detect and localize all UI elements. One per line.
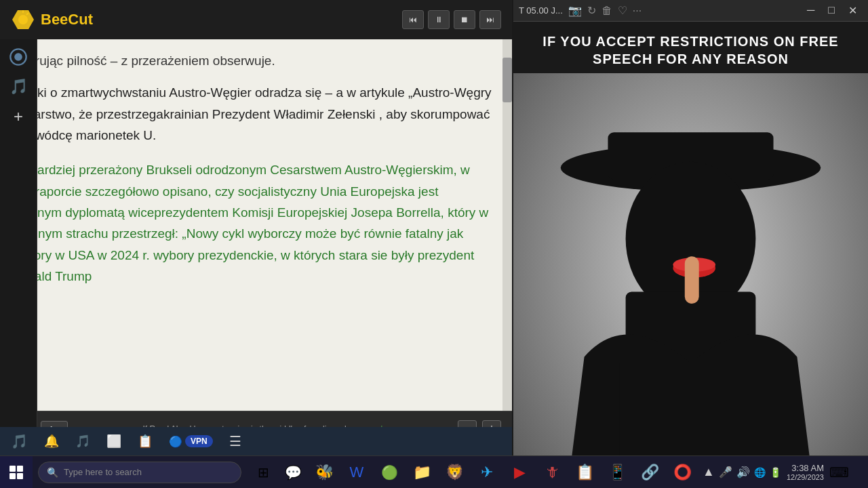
image-viewer-title-area: T 05.00 J... 📷 ↻ 🗑 ♡ ··· — [519, 4, 642, 17]
beecut-logo-text: BeeCut — [41, 11, 93, 28]
extension-bar: 🎵 🔔 🎵 ⬜ 📋 🔵 VPN ☰ — [0, 427, 512, 455]
system-tray: ▲ 🎤 🔊 🌐 🔋 — [703, 465, 781, 479]
clock-date: 12/29/2023 — [787, 473, 824, 481]
window-maximize[interactable]: □ — [823, 3, 840, 18]
taskbar-app-chat[interactable]: 💬 — [279, 459, 307, 486]
image-viewer-title: T 05.00 J... — [519, 5, 563, 16]
svg-point-1 — [18, 15, 28, 24]
taskbar-app-knife[interactable]: 🗡 — [537, 459, 567, 486]
meme-woman-svg — [513, 73, 868, 488]
reader-text-intro: ignorując pilność – z przerażeniem obser… — [11, 50, 492, 71]
window-minimize[interactable]: ─ — [802, 3, 820, 18]
vpn-label[interactable]: VPN — [185, 435, 213, 447]
search-icon: 🔍 — [47, 467, 58, 478]
sidebar-icon-add[interactable]: + — [6, 104, 31, 129]
taskbar-search[interactable]: 🔍 Type here to search — [38, 462, 241, 483]
tray-speaker[interactable]: 🔊 — [736, 466, 750, 479]
taskbar-app-folder[interactable]: 📁 — [407, 459, 437, 486]
svg-point-5 — [14, 53, 22, 61]
beecut-logo-icon — [11, 7, 35, 32]
meme-display: IF YOU ACCEPT RESTRICTIONS ON FREE SPEEC… — [513, 22, 868, 488]
tray-battery[interactable]: 🔋 — [770, 467, 781, 478]
taskbar-app-yellow[interactable]: 📋 — [570, 459, 599, 486]
taskbar-app-view[interactable]: ⊞ — [250, 459, 277, 486]
tray-keyboard[interactable]: ⌨ — [829, 464, 849, 481]
beecut-panel: BeeCut ⏮ ⏸ ⏹ ⏭ ignorując pilność – z prz… — [0, 0, 512, 447]
taskbar-app-word[interactable]: W — [342, 459, 372, 486]
taskbar-app-green[interactable]: 🟢 — [374, 459, 404, 486]
image-action-more[interactable]: ··· — [633, 5, 642, 17]
taskbar-app-telegram[interactable]: ✈ — [472, 459, 502, 486]
image-panel: 👤 BenBezucha Narrator ★ t.me/PolskaAmery… — [513, 0, 868, 461]
reader-text-highlighted: Najbardziej przerażony Brukseli odrodzon… — [11, 159, 492, 287]
stop-button[interactable]: ⏹ — [454, 10, 475, 29]
transport-controls: ⏮ ⏸ ⏹ ⏭ — [402, 10, 501, 29]
fast-forward-button[interactable]: ⏭ — [479, 10, 501, 29]
sidebar-icon-tiktok[interactable]: 🎵 — [6, 75, 31, 99]
taskbar-app-beecut[interactable]: 🐝 — [309, 459, 339, 486]
meme-top-text-area: IF YOU ACCEPT RESTRICTIONS ON FREE SPEEC… — [513, 22, 868, 73]
search-placeholder: Type here to search — [64, 467, 142, 477]
start-button[interactable] — [0, 456, 33, 489]
svg-rect-13 — [685, 256, 699, 304]
taskbar-app-whatsapp[interactable]: 📱 — [602, 459, 632, 486]
taskbar-right: ▲ 🎤 🔊 🌐 🔋 3:38 AM 12/29/2023 ⌨ — [703, 456, 868, 489]
windows-icon — [9, 466, 23, 479]
taskbar-app-brave[interactable]: 🦁 — [439, 459, 469, 486]
tray-network[interactable]: 🌐 — [754, 467, 766, 478]
sidebar-icon-logo[interactable] — [6, 45, 31, 69]
image-action-screenshot[interactable]: 📷 — [568, 4, 582, 17]
beecut-header: BeeCut ⏮ ⏸ ⏹ ⏭ — [0, 0, 512, 39]
clock-time: 3:38 AM — [787, 463, 824, 473]
reader-content: ignorując pilność – z przerażeniem obser… — [0, 39, 512, 411]
taskbar-app-blue2[interactable]: 🔗 — [635, 459, 665, 486]
show-desktop[interactable] — [854, 456, 863, 489]
window-controls: ─ □ ✕ — [802, 3, 863, 18]
image-viewer-header: T 05.00 J... 📷 ↻ 🗑 ♡ ··· ─ □ ✕ — [513, 0, 868, 22]
taskbar-app-circle[interactable]: ⭕ — [667, 459, 697, 486]
ext-share[interactable]: 📋 — [132, 431, 158, 451]
ext-music[interactable]: 🎵 — [70, 431, 96, 451]
beecut-logo: BeeCut — [11, 7, 93, 32]
image-action-rotate[interactable]: ↻ — [587, 4, 596, 17]
ext-vpn[interactable]: 🔵 VPN — [163, 432, 218, 451]
taskbar: 🔍 Type here to search ⊞ 💬 🐝 W 🟢 📁 🦁 ✈ ▶ … — [0, 455, 868, 488]
ext-layout[interactable]: ⬜ — [101, 431, 127, 451]
rewind-button[interactable]: ⏮ — [402, 10, 424, 29]
tray-mic[interactable]: 🎤 — [719, 466, 732, 479]
meme-top-text: IF YOU ACCEPT RESTRICTIONS ON FREE SPEEC… — [527, 33, 854, 68]
image-action-heart[interactable]: ♡ — [618, 4, 627, 17]
side-toolbar: 🎵 + — [0, 39, 37, 447]
tray-arrow[interactable]: ▲ — [703, 465, 715, 479]
meme-center: 05:00 am — [513, 73, 868, 488]
ext-tiktok[interactable]: 🎵 — [5, 430, 33, 452]
play-pause-button[interactable]: ⏸ — [428, 10, 450, 29]
taskbar-pinned-apps: ⊞ 💬 🐝 W 🟢 📁 🦁 ✈ ▶ 🗡 📋 📱 🔗 ⭕ — [250, 459, 697, 486]
image-action-delete[interactable]: 🗑 — [601, 5, 612, 17]
window-close[interactable]: ✕ — [843, 3, 863, 18]
ext-hamburger[interactable]: ☰ — [224, 430, 247, 452]
ext-notifications[interactable]: 🔔 — [39, 431, 64, 451]
system-clock[interactable]: 3:38 AM 12/29/2023 — [787, 463, 824, 481]
taskbar-app-red[interactable]: ▶ — [505, 459, 534, 486]
reader-text-normal: „Plotki o zmartwychwstaniu Austro-Węgier… — [11, 82, 492, 146]
